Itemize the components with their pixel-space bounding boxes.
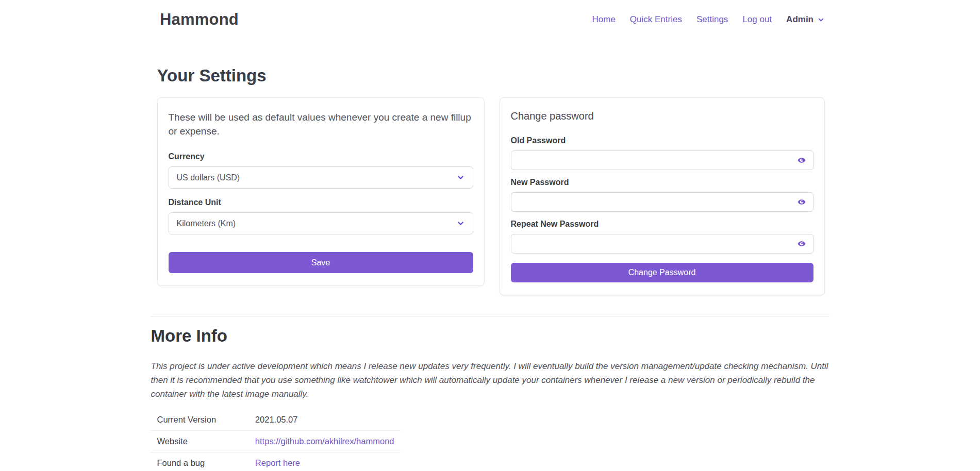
- chevron-down-icon: [817, 16, 825, 24]
- table-row: Found a bug Report here: [151, 452, 401, 471]
- nav-item-quick-entries[interactable]: Quick Entries: [630, 14, 682, 25]
- new-password-label: New Password: [511, 178, 813, 187]
- distance-unit-value: Kilometers (Km): [177, 219, 236, 228]
- table-row: Website https://github.com/akhilrex/hamm…: [151, 431, 401, 452]
- chevron-down-icon: [456, 173, 465, 182]
- new-password-input[interactable]: [511, 192, 813, 212]
- defaults-description: These will be used as default values whe…: [169, 110, 473, 138]
- info-label: Current Version: [151, 409, 249, 431]
- nav-item-settings[interactable]: Settings: [696, 14, 728, 25]
- distance-unit-label: Distance Unit: [169, 198, 473, 207]
- user-menu-label: Admin: [786, 14, 813, 25]
- info-label: Found a bug: [151, 452, 249, 471]
- chevron-down-icon: [456, 219, 465, 228]
- save-button[interactable]: Save: [169, 252, 473, 273]
- current-version-value: 2021.05.07: [249, 409, 401, 431]
- defaults-card: These will be used as default values whe…: [157, 97, 485, 286]
- change-password-title: Change password: [511, 110, 813, 122]
- main-nav: Home Quick Entries Settings Log out Admi…: [592, 14, 825, 25]
- website-link[interactable]: https://github.com/akhilrex/hammond: [255, 436, 394, 446]
- toggle-password-visibility-icon[interactable]: [796, 240, 807, 248]
- development-note: This project is under active development…: [151, 359, 829, 401]
- main-content: Your Settings These will be used as defa…: [151, 66, 829, 471]
- toggle-password-visibility-icon[interactable]: [796, 156, 807, 164]
- table-row: Current Version 2021.05.07: [151, 409, 401, 431]
- change-password-card: Change password Old Password New Passwor…: [500, 97, 825, 295]
- report-bug-link[interactable]: Report here: [255, 458, 300, 467]
- old-password-input[interactable]: [511, 150, 813, 170]
- currency-select[interactable]: US dollars (USD): [169, 166, 473, 189]
- currency-value: US dollars (USD): [177, 173, 240, 182]
- info-table: Current Version 2021.05.07 Website https…: [151, 409, 401, 471]
- user-menu[interactable]: Admin: [786, 14, 825, 25]
- repeat-new-password-input[interactable]: [511, 234, 813, 254]
- more-info-title: More Info: [151, 326, 829, 346]
- currency-label: Currency: [169, 152, 473, 161]
- app-header: Hammond Home Quick Entries Settings Log …: [0, 0, 980, 39]
- app-logo[interactable]: Hammond: [160, 10, 239, 29]
- repeat-new-password-label: Repeat New Password: [511, 220, 813, 229]
- change-password-button[interactable]: Change Password: [511, 263, 813, 282]
- nav-item-logout[interactable]: Log out: [742, 14, 772, 25]
- page-title: Your Settings: [151, 66, 829, 86]
- distance-unit-select[interactable]: Kilometers (Km): [169, 212, 473, 234]
- old-password-label: Old Password: [511, 136, 813, 145]
- info-label: Website: [151, 431, 249, 452]
- nav-item-home[interactable]: Home: [592, 14, 615, 25]
- toggle-password-visibility-icon[interactable]: [796, 198, 807, 206]
- section-divider: [151, 316, 829, 316]
